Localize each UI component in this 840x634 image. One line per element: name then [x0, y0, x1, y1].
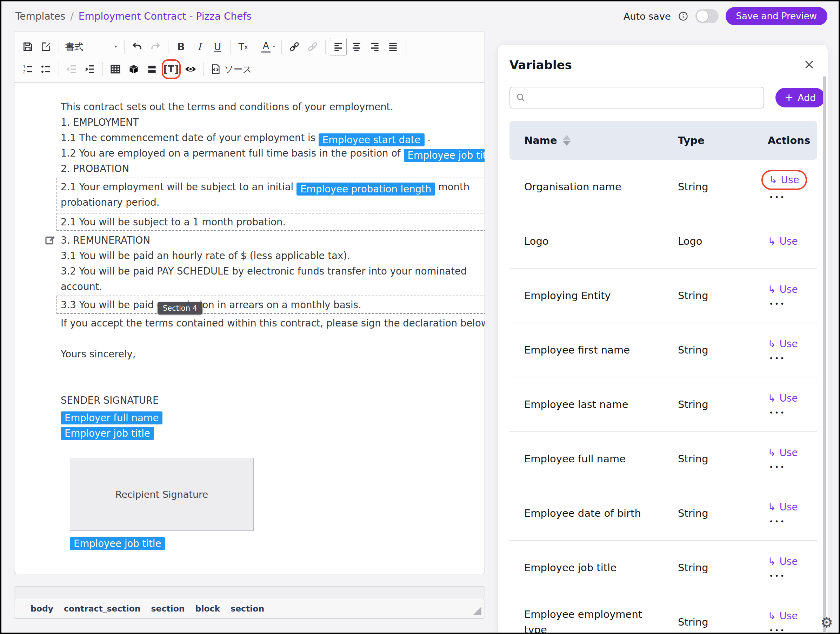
page-break-icon[interactable] — [144, 60, 160, 78]
more-menu-icon[interactable]: ••• — [769, 463, 786, 471]
variable-search-box[interactable] — [510, 87, 764, 109]
edit-block-icon[interactable] — [44, 234, 56, 250]
gear-icon[interactable]: ⚙ — [820, 614, 833, 631]
variable-type: String — [678, 562, 768, 574]
underline-button[interactable]: U — [209, 38, 226, 55]
doc-text: This contract sets out the terms and con… — [61, 101, 393, 112]
use-label: Use — [781, 174, 799, 186]
preview-eye-icon[interactable] — [182, 60, 199, 78]
variable-chip[interactable]: Employee probation length — [297, 183, 435, 196]
doc-text: Yours sincerely, — [61, 348, 136, 359]
contract-section-box[interactable]: 2.1 You will be subject to a 1 month pro… — [57, 213, 485, 231]
use-button[interactable]: ↳Use — [768, 392, 798, 404]
source-button[interactable]: ソース — [208, 60, 254, 78]
link-icon[interactable] — [286, 38, 303, 55]
format-dropdown[interactable]: 書式 — [62, 39, 121, 55]
panel-scrollbar[interactable] — [823, 76, 826, 632]
variables-panel: Variables + Add Name Type Actions Organi… — [497, 44, 828, 634]
variable-chip[interactable]: Employee start date — [319, 133, 425, 146]
path-token[interactable]: body — [30, 604, 53, 613]
toggle-knob — [697, 11, 708, 22]
text-color-button[interactable]: A — [261, 38, 277, 55]
path-token[interactable]: block — [196, 604, 220, 613]
toolbar-separator — [256, 40, 256, 54]
unlink-icon[interactable] — [304, 38, 321, 55]
use-button[interactable]: ↳Use — [768, 447, 798, 459]
use-button[interactable]: ↳Use — [768, 338, 798, 349]
more-menu-icon[interactable]: ••• — [769, 193, 786, 201]
contract-section-box[interactable]: 2.1 Your employment will be subject to a… — [57, 178, 485, 211]
doc-line: This contract sets out the terms and con… — [61, 99, 485, 114]
bulleted-list-icon[interactable] — [38, 60, 54, 78]
doc-line: account. — [61, 279, 485, 294]
variable-name: Organisation name — [524, 179, 647, 194]
add-variable-button[interactable]: + Add — [775, 88, 825, 108]
undo-icon[interactable] — [129, 38, 145, 55]
variable-chip[interactable]: Employer full name — [61, 411, 163, 424]
indent-icon[interactable] — [81, 60, 98, 78]
search-input[interactable] — [530, 92, 758, 103]
sort-icon[interactable] — [563, 135, 570, 146]
use-arrow-icon: ↳ — [768, 610, 776, 622]
use-button[interactable]: ↳Use — [761, 170, 807, 190]
column-header-name[interactable]: Name — [524, 134, 678, 146]
contract-section-box[interactable]: 3.3 You will be paid commission in arrea… — [57, 296, 485, 314]
insert-variable-button[interactable]: [T] — [162, 59, 181, 79]
remove-format-button[interactable]: Tx — [235, 38, 251, 55]
block-cube-icon[interactable] — [125, 60, 142, 78]
use-button[interactable]: ↳Use — [768, 610, 798, 622]
variable-type: String — [678, 344, 768, 356]
more-menu-icon[interactable]: ••• — [769, 572, 786, 580]
more-menu-icon[interactable]: ••• — [769, 517, 786, 525]
variable-chip[interactable]: Employee job title — [404, 149, 485, 162]
align-right-icon[interactable] — [366, 38, 383, 55]
use-button[interactable]: ↳Use — [768, 236, 798, 247]
numbered-list-icon[interactable]: 1 2 — [19, 60, 36, 78]
path-token[interactable]: contract_section — [64, 604, 141, 613]
editor-horizontal-scrollbar[interactable] — [14, 586, 485, 598]
more-menu-icon[interactable]: ••• — [769, 299, 786, 308]
doc-text: SENDER SIGNATURE — [61, 395, 159, 406]
path-token[interactable]: section — [231, 604, 264, 613]
close-icon[interactable] — [804, 59, 815, 71]
toolbar-separator — [58, 40, 59, 54]
bold-button[interactable]: B — [173, 38, 189, 55]
autosave-toggle[interactable] — [695, 9, 718, 23]
table-row: Employee last nameString↳Use••• — [510, 377, 817, 432]
toolbar-row-2: 1 2 — [19, 58, 480, 81]
use-label: Use — [779, 501, 797, 513]
variable-actions: ↳Use••• — [768, 392, 817, 417]
save-icon[interactable] — [19, 38, 36, 55]
use-button[interactable]: ↳Use — [768, 284, 798, 295]
info-icon[interactable] — [678, 11, 688, 21]
use-label: Use — [779, 556, 797, 567]
more-menu-icon[interactable]: ••• — [769, 354, 786, 362]
italic-button[interactable]: I — [191, 38, 208, 55]
use-button[interactable]: ↳Use — [768, 501, 798, 513]
use-arrow-icon: ↳ — [768, 284, 776, 295]
save-and-preview-button[interactable]: Save and Preview — [726, 7, 827, 25]
align-justify-icon[interactable] — [385, 38, 401, 55]
breadcrumb-templates-link[interactable]: Templates — [16, 11, 65, 22]
use-button[interactable]: ↳Use — [768, 556, 798, 567]
more-menu-icon[interactable]: ••• — [769, 626, 786, 634]
outdent-icon[interactable] — [63, 60, 80, 78]
editor-content-area[interactable]: This contract sets out the terms and con… — [14, 83, 485, 574]
new-template-icon[interactable] — [38, 38, 54, 55]
recipient-signature-box[interactable]: Recipient Signature — [70, 458, 254, 531]
align-left-icon[interactable] — [330, 38, 347, 55]
path-token[interactable]: section — [151, 604, 185, 613]
variable-chip[interactable]: Employer job title — [61, 427, 154, 440]
variable-chip[interactable]: Employee job title — [70, 537, 165, 550]
redo-icon[interactable] — [147, 38, 164, 55]
more-menu-icon[interactable]: ••• — [769, 408, 786, 417]
breadcrumb-current-template[interactable]: Employment Contract - Pizza Chefs — [79, 11, 251, 22]
table-icon[interactable] — [107, 60, 124, 78]
doc-text: 3.2 You will be paid PAY SCHEDULE by ele… — [61, 266, 467, 277]
use-arrow-icon: ↳ — [769, 174, 777, 186]
resize-grip[interactable] — [473, 607, 482, 615]
align-center-icon[interactable] — [348, 38, 365, 55]
autosave-label: Auto save — [624, 11, 671, 22]
variable-type: String — [678, 616, 768, 628]
use-arrow-icon: ↳ — [768, 338, 776, 349]
